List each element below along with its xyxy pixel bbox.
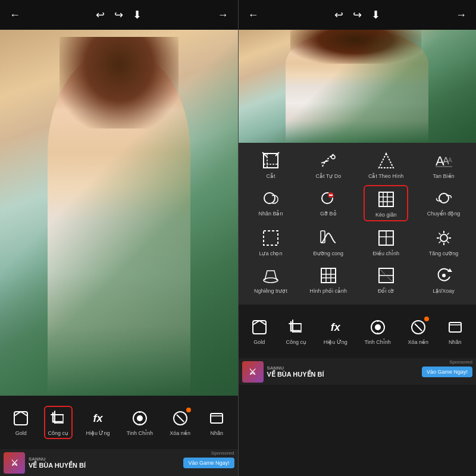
right-tool-gold[interactable]: Gold <box>246 315 273 347</box>
chuyen-dong-icon <box>433 187 455 209</box>
left-download-button[interactable]: ⬇ <box>133 8 142 21</box>
tool-lat-xoay[interactable]: Lật/Xoay <box>421 262 466 296</box>
chuyen-dong-label: Chuyển động <box>427 211 461 217</box>
left-photo-area <box>0 30 238 396</box>
left-tool-tinh-chinh-label: Tinh Chỉnh <box>127 430 153 436</box>
right-next-button[interactable]: → <box>456 9 466 21</box>
tool-tan-bien[interactable]: A A A Tan Biến <box>421 148 466 181</box>
lat-xoay-label: Lật/Xoay <box>433 288 455 294</box>
right-tool-tinh-chinh[interactable]: Tinh Chỉnh <box>361 315 394 347</box>
left-tool-cong-cu[interactable]: Công cụ <box>44 406 73 439</box>
right-tool-nhan-label: Nhãn <box>449 339 462 345</box>
right-top-bar: ← ↩ ↪ ⬇ → <box>239 0 477 30</box>
right-tool-tinh-chinh-label: Tinh Chỉnh <box>365 339 391 345</box>
tinh-chinh-icon <box>130 409 149 428</box>
left-next-button[interactable]: → <box>218 9 228 21</box>
right-xoa-nen-badge <box>424 317 429 321</box>
left-top-icons: ↩ ↪ ⬇ <box>96 8 142 21</box>
svg-line-40 <box>447 233 449 235</box>
gold-icon <box>11 409 30 428</box>
right-crop-icon <box>287 318 306 337</box>
left-tool-nhan-label: Nhãn <box>210 430 223 436</box>
left-tool-tinh-chinh[interactable]: Tinh Chỉnh <box>123 406 156 439</box>
keo-gian-label: Kéo giãn <box>375 212 397 218</box>
left-tool-xoa-nen[interactable]: Xóa nền <box>166 406 194 439</box>
right-nhan-icon <box>446 318 465 337</box>
nhan-ban-label: Nhân Bản <box>258 211 283 217</box>
right-ad-button[interactable]: Vào Game Ngay! <box>422 367 472 377</box>
tool-cat[interactable]: Cắt <box>248 148 293 181</box>
tool-doi-co[interactable]: Đổi cờ <box>364 262 408 296</box>
left-bottom-toolbar: Gold Công cụ fx Hiệu Ứng <box>0 396 238 449</box>
tool-go-bo[interactable]: Gỡ Bỏ <box>306 185 350 221</box>
left-tool-gold[interactable]: Gold <box>8 406 34 439</box>
svg-rect-58 <box>449 322 461 332</box>
right-tool-xoa-nen[interactable]: Xóa nền <box>404 315 432 347</box>
lua-chon-label: Lựa chọn <box>259 250 282 256</box>
doi-co-label: Đổi cờ <box>378 288 394 294</box>
lat-xoay-icon <box>433 265 455 286</box>
left-tool-hieu-ung-label: Hiệu Ứng <box>86 430 109 436</box>
tool-hinh-phoi-canh[interactable]: Hình phối cảnh <box>306 262 350 296</box>
hinh-phoi-canh-label: Hình phối cảnh <box>310 288 347 294</box>
tool-cat-tu-do[interactable]: Cắt Tự Do <box>306 148 350 181</box>
nhan-ban-icon <box>260 187 281 209</box>
right-gold-icon <box>250 318 269 337</box>
nhan-icon <box>207 409 226 428</box>
duong-cong-icon <box>318 227 339 249</box>
tang-cuong-label: Tăng cường <box>429 250 459 256</box>
right-top-icons: ↩ ↪ ⬇ <box>334 8 380 21</box>
svg-marker-13 <box>379 154 393 168</box>
tools-row-4: Nghiêng trượt Hình phối cảnh <box>242 262 473 296</box>
left-ad-button[interactable]: Vào Game Ngay! <box>183 458 234 468</box>
svg-rect-51 <box>253 321 266 334</box>
right-tools-grid: Cắt Cắt Tự Do Cắt Theo H <box>239 143 477 305</box>
svg-rect-28 <box>264 231 278 245</box>
tool-cat-theo-hinh[interactable]: Cắt Theo Hình <box>364 148 408 181</box>
right-undo-button[interactable]: ↩ <box>334 8 343 21</box>
right-tool-cong-cu[interactable]: Công cụ <box>283 315 311 347</box>
left-ad-sponsored: Sponsored <box>211 450 234 456</box>
svg-point-27 <box>439 193 449 203</box>
cat-icon <box>260 150 281 171</box>
right-download-button[interactable]: ⬇ <box>371 8 380 21</box>
right-ad-thumbnail: ⚔ <box>242 361 264 383</box>
left-redo-button[interactable]: ↪ <box>114 8 123 21</box>
nghieng-truot-icon <box>260 265 281 286</box>
tool-lua-chon[interactable]: Lựa chọn <box>248 225 293 259</box>
left-tool-nhan[interactable]: Nhãn <box>203 406 230 439</box>
tool-keo-gian[interactable]: Kéo giãn <box>364 185 408 221</box>
left-tool-cong-cu-label: Công cụ <box>48 430 69 436</box>
right-tool-nhan[interactable]: Nhãn <box>442 315 468 347</box>
right-redo-button[interactable]: ↪ <box>353 8 362 21</box>
tool-dieu-chinh[interactable]: Điều chỉnh <box>364 225 408 259</box>
tool-tang-cuong[interactable]: Tăng cường <box>421 225 466 259</box>
left-tool-hieu-ung[interactable]: fx Hiệu Ứng <box>82 406 113 439</box>
tool-nghieng-truot[interactable]: Nghiêng trượt <box>248 262 293 296</box>
svg-rect-21 <box>379 192 393 206</box>
left-back-button[interactable]: ← <box>10 9 20 21</box>
right-tool-hieu-ung[interactable]: fx Hiệu Ứng <box>320 315 351 347</box>
left-undo-button[interactable]: ↩ <box>96 8 105 21</box>
left-ad-text: VỀ BÙA HUYỀN BÍ <box>29 462 180 469</box>
tool-duong-cong[interactable]: Đường cong <box>306 225 350 259</box>
tool-chuyen-dong[interactable]: Chuyển động <box>421 185 466 221</box>
svg-point-42 <box>264 278 278 283</box>
go-bo-icon <box>318 187 339 209</box>
dieu-chinh-label: Điều chỉnh <box>372 250 399 256</box>
left-panel: ← ↩ ↪ ⬇ → Gold <box>0 0 238 476</box>
right-tool-gold-label: Gold <box>253 339 265 345</box>
svg-point-54 <box>375 324 381 330</box>
tool-nhan-ban[interactable]: Nhân Bản <box>248 185 293 221</box>
lua-chon-icon <box>260 227 281 249</box>
cat-theo-hinh-icon <box>375 150 397 171</box>
right-ad-logo: SANNU <box>267 365 418 371</box>
right-back-button[interactable]: ← <box>248 9 259 21</box>
svg-point-33 <box>440 234 447 242</box>
svg-rect-43 <box>321 268 336 283</box>
hinh-phoi-canh-icon <box>318 265 339 286</box>
crop-icon <box>49 409 68 428</box>
right-tool-xoa-nen-label: Xóa nền <box>408 339 428 345</box>
xoa-nen-icon <box>171 409 190 428</box>
keo-gian-icon <box>375 189 397 210</box>
